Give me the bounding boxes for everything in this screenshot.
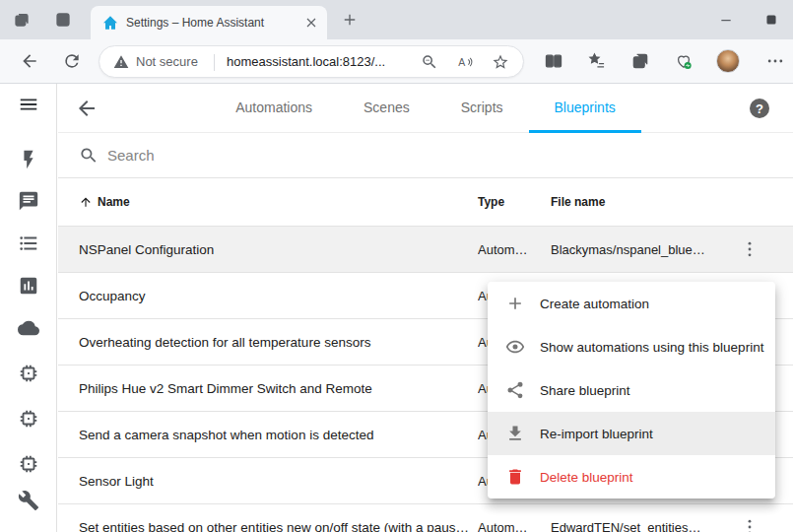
- row-type: Autom…: [478, 242, 551, 257]
- device-chip-icon[interactable]: [18, 453, 39, 475]
- back-icon[interactable]: [20, 51, 39, 71]
- profile-avatar[interactable]: [716, 49, 740, 73]
- tab-automations[interactable]: Automations: [210, 84, 338, 133]
- tab-scripts[interactable]: Scripts: [435, 84, 529, 133]
- menu-item-label: Create automation: [540, 297, 649, 311]
- menu-item-reimport-blueprint[interactable]: Re-import blueprint: [488, 412, 775, 455]
- menu-item-share-blueprint[interactable]: Share blueprint: [488, 368, 775, 412]
- more-menu-icon[interactable]: [765, 51, 785, 71]
- row-name: Occupancy: [79, 289, 478, 303]
- menu-item-show-automations[interactable]: Show automations using this blueprint: [488, 325, 775, 368]
- dots-vertical-icon: [740, 517, 760, 532]
- svg-text:A: A: [458, 56, 465, 68]
- menu-item-label: Share blueprint: [540, 383, 630, 398]
- workspaces-icon[interactable]: [13, 11, 31, 29]
- menu-icon[interactable]: [18, 94, 39, 115]
- menu-item-label: Delete blueprint: [540, 470, 633, 485]
- ha-header: Automations Scenes Scripts Blueprints ?: [58, 84, 793, 133]
- menu-item-delete-blueprint[interactable]: Delete blueprint: [488, 455, 775, 499]
- sort-arrow-up-icon[interactable]: [79, 195, 93, 209]
- menu-item-label: Re-import blueprint: [540, 427, 653, 441]
- energy-icon[interactable]: [18, 149, 39, 170]
- ha-back-icon[interactable]: [75, 97, 99, 120]
- search-row: [58, 133, 793, 178]
- address-divider: [214, 54, 215, 71]
- row-name: Philips Hue v2 Smart Dimmer Switch and R…: [79, 381, 478, 396]
- tab-blueprints[interactable]: Blueprints: [529, 84, 641, 133]
- browser-tab-strip: Settings – Home Assistant: [0, 0, 793, 39]
- address-bar[interactable]: Not secure homeassistant.local:8123/... …: [99, 45, 524, 78]
- favorite-star-icon[interactable]: [492, 53, 509, 71]
- menu-item-label: Show automations using this blueprint: [540, 340, 763, 355]
- tab-actions-icon[interactable]: [54, 11, 72, 29]
- eye-icon: [505, 337, 525, 357]
- plus-icon: [505, 294, 525, 313]
- search-icon: [79, 146, 99, 166]
- row-file: EdwardTEN/set_entities_bas…: [551, 520, 714, 532]
- browser-window: Settings – Home Assistant Not secure: [0, 0, 793, 532]
- security-label[interactable]: Not secure: [136, 46, 198, 77]
- ha-sidebar: [0, 84, 57, 532]
- maximize-window-icon[interactable]: [763, 12, 779, 28]
- minimize-window-icon[interactable]: [718, 12, 734, 28]
- table-row[interactable]: Set entities based on other entities new…: [58, 504, 793, 532]
- tab-scenes[interactable]: Scenes: [338, 84, 435, 133]
- collections-icon[interactable]: [630, 51, 650, 71]
- row-name: Overheating detection for all temperatur…: [79, 335, 478, 350]
- tab-title: Settings – Home Assistant: [126, 16, 303, 30]
- column-header-file[interactable]: File name: [551, 195, 714, 209]
- history-icon[interactable]: [18, 275, 39, 297]
- browser-tab[interactable]: Settings – Home Assistant: [91, 6, 327, 39]
- blueprint-context-menu: Create automation Show automations using…: [488, 282, 775, 499]
- assist-icon[interactable]: [18, 190, 39, 212]
- url-text[interactable]: homeassistant.local:8123/...: [227, 46, 385, 77]
- logbook-icon[interactable]: [18, 233, 39, 254]
- favorites-hub-icon[interactable]: [587, 51, 607, 71]
- row-file: Blackymas/nspanel_blueprin…: [551, 242, 714, 257]
- table-header: Name Type File name: [58, 178, 793, 227]
- svg-text:?: ?: [756, 101, 763, 116]
- share-icon: [505, 380, 525, 400]
- browser-toolbar: Not secure homeassistant.local:8123/... …: [0, 39, 793, 84]
- not-secure-warning-icon: [113, 54, 129, 70]
- row-type: Autom…: [478, 520, 551, 532]
- split-screen-icon[interactable]: [544, 51, 563, 71]
- row-overflow-button[interactable]: [714, 239, 793, 259]
- read-aloud-icon[interactable]: A: [456, 53, 474, 71]
- zoom-out-icon[interactable]: [421, 53, 438, 71]
- device-chip-icon[interactable]: [18, 408, 39, 430]
- column-header-name[interactable]: Name: [98, 195, 130, 209]
- row-name: Sensor Light: [79, 474, 478, 489]
- home-assistant-favicon: [102, 15, 118, 31]
- row-name: Set entities based on other entities new…: [79, 520, 478, 532]
- browser-essentials-icon[interactable]: [674, 51, 694, 71]
- cloud-icon[interactable]: [18, 317, 39, 339]
- close-tab-icon[interactable]: [303, 15, 319, 31]
- refresh-icon[interactable]: [62, 51, 82, 71]
- new-tab-icon[interactable]: [341, 11, 359, 29]
- developer-tools-icon[interactable]: [18, 490, 39, 511]
- table-row[interactable]: NSPanel Configuration Autom… Blackymas/n…: [58, 227, 793, 273]
- help-icon[interactable]: ?: [748, 97, 771, 120]
- search-input[interactable]: [107, 133, 521, 176]
- menu-item-create-automation[interactable]: Create automation: [488, 282, 775, 325]
- column-header-type[interactable]: Type: [478, 195, 551, 209]
- dots-vertical-icon: [740, 239, 760, 259]
- row-name: NSPanel Configuration: [79, 242, 478, 257]
- delete-icon: [505, 467, 525, 487]
- row-name: Send a camera snapshot when motion is de…: [79, 428, 478, 442]
- download-icon: [505, 424, 525, 443]
- row-overflow-button[interactable]: [714, 517, 793, 532]
- device-chip-icon[interactable]: [18, 363, 39, 384]
